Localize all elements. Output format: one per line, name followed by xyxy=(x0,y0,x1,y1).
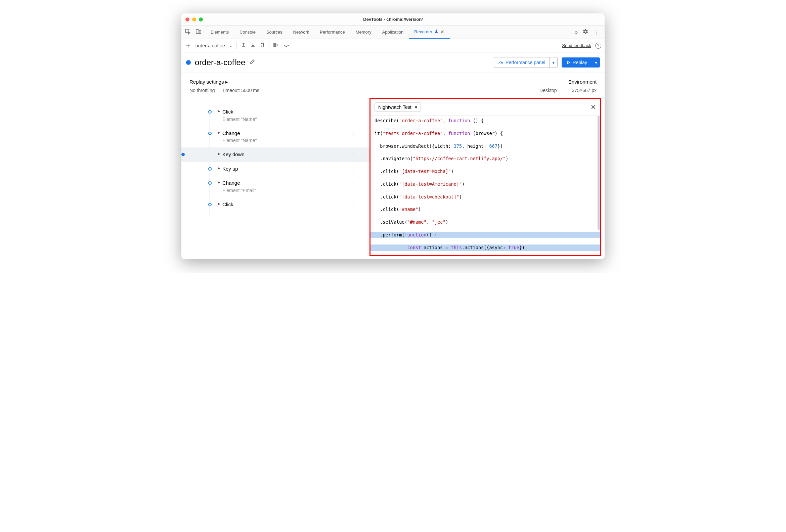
settings-row: Replay settings ▸ Environment xyxy=(181,73,605,86)
expand-step-icon[interactable]: ▶ xyxy=(218,166,221,170)
performance-panel-label: Performance panel xyxy=(506,60,545,65)
page-title: order-a-coffee xyxy=(195,58,245,67)
gauge-icon xyxy=(498,60,504,65)
tab-performance[interactable]: Performance xyxy=(315,25,350,39)
code-line: .click("[data-test=Mocha]") xyxy=(374,168,596,175)
step-row[interactable]: ▶Key up⋮ xyxy=(208,162,356,176)
step-menu-icon[interactable]: ⋮ xyxy=(350,130,356,137)
inspect-icon[interactable] xyxy=(185,28,191,36)
divider xyxy=(564,88,564,93)
step-row[interactable]: ▶Click⋮ xyxy=(208,198,356,212)
step-dot xyxy=(208,132,212,135)
export-format-dropdown[interactable]: Nightwatch Test ▾ xyxy=(374,102,421,112)
status-dot xyxy=(186,60,191,65)
code-line: const actions = this.actions({async: tru… xyxy=(370,245,600,251)
performance-button-group: Performance panel ▾ xyxy=(494,57,558,68)
code-line: it("tests order-a-coffee", function (bro… xyxy=(374,130,596,137)
svg-rect-3 xyxy=(274,43,274,47)
new-recording-button[interactable]: ＋ xyxy=(185,41,191,50)
tab-console[interactable]: Console xyxy=(234,25,261,39)
tab-elements[interactable]: Elements xyxy=(205,25,234,39)
replay-button-group: Replay ▾ xyxy=(562,57,600,68)
recording-name[interactable]: order-a-coffee xyxy=(195,43,225,48)
step-menu-icon[interactable]: ⋮ xyxy=(350,165,356,172)
code-line: .perform(function() { xyxy=(370,232,600,238)
main-area: ▶ClickElement "Name"⋮▶ChangeElement "Nam… xyxy=(181,98,605,259)
performance-panel-button[interactable]: Performance panel xyxy=(494,57,550,68)
svg-rect-1 xyxy=(196,29,199,33)
tab-recorder[interactable]: Recorder✕ xyxy=(409,25,449,39)
code-line: describe("order-a-coffee", function () { xyxy=(374,118,596,124)
svg-point-4 xyxy=(285,46,286,47)
expand-step-icon[interactable]: ▶ xyxy=(218,109,221,113)
play-icon xyxy=(566,61,570,65)
chevron-down-icon: ▾ xyxy=(415,105,417,110)
step-over-icon[interactable] xyxy=(283,42,290,49)
device-value: Desktop xyxy=(539,88,557,93)
window-title: DevTools - chrome://version/ xyxy=(181,17,605,22)
expand-step-icon[interactable]: ▶ xyxy=(218,152,221,156)
replay-button[interactable]: Replay xyxy=(562,57,592,68)
device-toolbar-icon[interactable] xyxy=(195,28,202,36)
tab-application[interactable]: Application xyxy=(377,25,409,39)
step-element: Element "Email" xyxy=(222,187,256,194)
step-dot xyxy=(208,203,212,206)
help-icon[interactable]: ? xyxy=(595,43,601,49)
throttling-value: No throttling xyxy=(189,88,215,93)
steps-column: ▶ClickElement "Name"⋮▶ChangeElement "Nam… xyxy=(181,98,369,259)
step-row[interactable]: ▶ChangeElement "Email"⋮ xyxy=(208,176,356,198)
close-panel-icon[interactable]: ✕ xyxy=(591,103,596,111)
flask-icon xyxy=(434,29,438,34)
step-dot xyxy=(208,167,212,170)
settings-icon[interactable] xyxy=(582,28,588,36)
step-menu-icon[interactable]: ⋮ xyxy=(350,179,356,187)
code-line: .click("[data-test=Americano]") xyxy=(374,181,596,187)
devtools-window: DevTools - chrome://version/ ElementsCon… xyxy=(181,14,605,259)
step-play-icon[interactable] xyxy=(273,42,279,49)
dropdown-label: Nightwatch Test xyxy=(378,105,412,110)
expand-step-icon[interactable]: ▶ xyxy=(218,180,221,184)
more-tabs-icon[interactable]: » xyxy=(575,29,578,35)
step-label: Key down xyxy=(222,151,245,159)
delete-icon[interactable] xyxy=(260,42,265,49)
scrollbar[interactable] xyxy=(598,116,600,252)
replay-settings-toggle[interactable]: Replay settings ▸ xyxy=(189,79,228,85)
svg-rect-2 xyxy=(199,30,201,33)
dimensions-value: 375×667 px xyxy=(572,88,597,93)
step-label: ChangeElement "Email" xyxy=(222,179,256,194)
step-label: Click xyxy=(222,201,233,209)
recording-dropdown-icon[interactable]: ⌄ xyxy=(229,43,232,48)
step-row[interactable]: ▶ClickElement "Name"⋮ xyxy=(208,105,356,126)
replay-dropdown[interactable]: ▾ xyxy=(592,57,600,68)
code-line: .setValue("#name", "jec") xyxy=(374,219,596,225)
step-row[interactable]: ▶ChangeElement "Name"⋮ xyxy=(208,126,356,148)
code-line: .navigateTo("https://coffee-cart.netlify… xyxy=(374,156,596,162)
expand-step-icon[interactable]: ▶ xyxy=(218,202,221,206)
tab-sources[interactable]: Sources xyxy=(261,25,288,39)
step-menu-icon[interactable]: ⋮ xyxy=(350,201,356,208)
step-row[interactable]: ▶Key down⋮ xyxy=(181,147,369,162)
code-panel: Nightwatch Test ▾ ✕ describe("order-a-co… xyxy=(369,98,601,256)
code-panel-header: Nightwatch Test ▾ ✕ xyxy=(370,99,600,116)
send-feedback-link[interactable]: Send feedback xyxy=(562,43,591,48)
step-element: Element "Name" xyxy=(222,116,257,123)
main-menu-icon[interactable]: ⋮ xyxy=(594,28,600,36)
tabs: ElementsConsoleSourcesNetworkPerformance… xyxy=(205,25,575,39)
step-dot xyxy=(181,153,185,156)
tab-network[interactable]: Network xyxy=(288,25,315,39)
scrollbar-thumb[interactable] xyxy=(598,116,600,230)
performance-panel-dropdown[interactable]: ▾ xyxy=(550,57,558,68)
import-icon[interactable] xyxy=(250,42,256,49)
export-icon[interactable] xyxy=(241,42,246,49)
tab-memory[interactable]: Memory xyxy=(350,25,377,39)
step-menu-icon[interactable]: ⋮ xyxy=(350,151,356,158)
environment-label: Environment xyxy=(568,79,597,85)
code-line: .click("[data-test=checkout]") xyxy=(374,194,596,200)
divider xyxy=(218,88,218,93)
step-label: ChangeElement "Name" xyxy=(222,130,257,144)
edit-title-icon[interactable] xyxy=(249,59,255,66)
close-tab-icon[interactable]: ✕ xyxy=(440,29,444,34)
step-menu-icon[interactable]: ⋮ xyxy=(350,108,356,116)
expand-step-icon[interactable]: ▶ xyxy=(218,131,221,134)
code-body[interactable]: describe("order-a-coffee", function () {… xyxy=(370,116,600,259)
